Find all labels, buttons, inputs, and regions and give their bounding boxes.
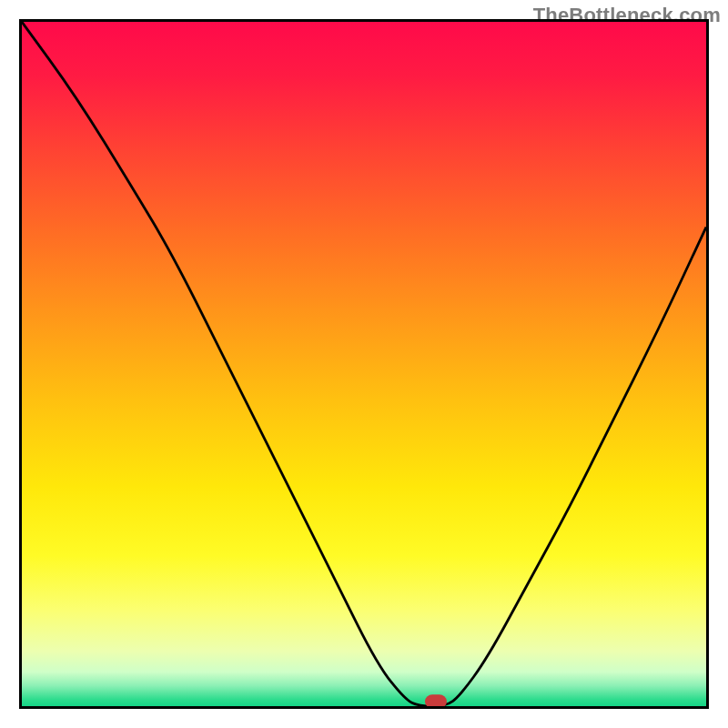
- chart-svg: [22, 22, 706, 706]
- optimal-marker: [425, 694, 447, 706]
- bottleneck-chart: [19, 19, 709, 709]
- gradient-fill: [22, 22, 706, 706]
